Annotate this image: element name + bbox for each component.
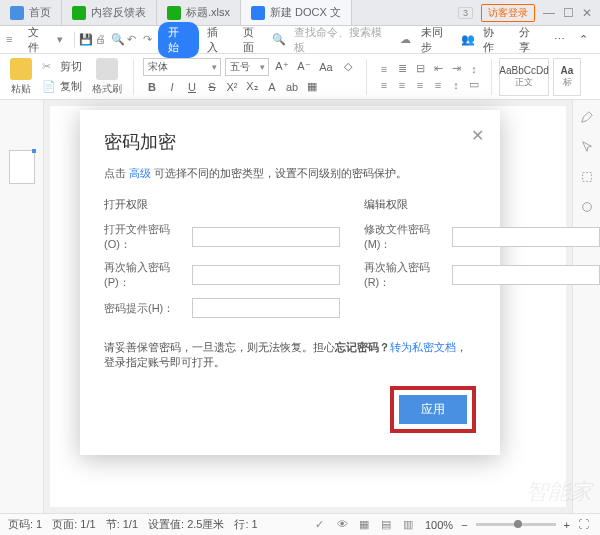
multilevel-icon[interactable]: ⊟ [412, 62, 428, 76]
apply-button[interactable]: 应用 [399, 395, 467, 424]
copy-button[interactable]: 📄复制 [42, 78, 82, 96]
page-thumbnail[interactable] [9, 150, 35, 184]
close-icon[interactable]: ✕ [582, 6, 592, 20]
justify-icon[interactable]: ≡ [430, 78, 446, 92]
clear-format-icon[interactable]: ◇ [339, 58, 357, 76]
warn-b: 忘记密码？ [335, 341, 390, 353]
case-icon[interactable]: Aa [317, 58, 335, 76]
print-icon[interactable]: 🖨 [95, 33, 109, 47]
open-pw2-label: 再次输入密码(P)： [104, 260, 190, 290]
style-preview: Aa [561, 65, 574, 76]
sync-status[interactable]: 未同步 [415, 22, 459, 58]
tab-label: 内容反馈表 [91, 5, 146, 20]
strike-button[interactable]: S [203, 78, 221, 96]
status-position[interactable]: 设置值: 2.5厘米 [148, 517, 224, 532]
font-family-select[interactable]: 宋体 [143, 58, 221, 76]
search-placeholder[interactable]: 查找命令、搜索模板 [288, 22, 396, 58]
shading-icon[interactable]: ▭ [466, 78, 482, 92]
preview-icon[interactable]: 🔍 [111, 33, 125, 47]
ribbon-page[interactable]: 页面 [237, 22, 270, 58]
status-section[interactable]: 节: 1/1 [106, 517, 138, 532]
zoom-thumb[interactable] [514, 520, 522, 528]
font-group: 宋体 五号 A⁺ A⁻ Aa ◇ B I U S X² X₂ A ab ▦ [141, 58, 359, 96]
zoom-in-icon[interactable]: + [564, 519, 570, 531]
status-page[interactable]: 页码: 1 [8, 517, 42, 532]
permissions-row: 打开权限 打开文件密码(O)： 再次输入密码(P)： 密码提示(H)： 编辑权限… [104, 197, 476, 326]
open-password-input[interactable] [192, 227, 340, 247]
border-button[interactable]: ▦ [303, 78, 321, 96]
align-center-icon[interactable]: ≡ [394, 78, 410, 92]
italic-button[interactable]: I [163, 78, 181, 96]
zoom-value[interactable]: 100% [425, 519, 453, 531]
sheet-icon [167, 6, 181, 20]
indent-icon[interactable]: ⇥ [448, 62, 464, 76]
collab-icon: 👥 [461, 33, 475, 47]
font-size-select[interactable]: 五号 [225, 58, 269, 76]
outdent-icon[interactable]: ⇤ [430, 62, 446, 76]
font-color-button[interactable]: A [263, 78, 281, 96]
collapse-icon[interactable]: ⌃ [573, 30, 594, 49]
undo-icon[interactable]: ↶ [127, 33, 141, 47]
close-button[interactable]: ✕ [471, 126, 484, 145]
align-right-icon[interactable]: ≡ [412, 78, 428, 92]
more-icon[interactable]: ⋯ [548, 30, 571, 49]
zoom-slider[interactable] [476, 523, 556, 526]
pencil-icon[interactable] [580, 110, 594, 124]
save-icon[interactable]: 💾 [79, 33, 93, 47]
chevron-down-icon[interactable]: ▾ [57, 33, 71, 47]
pointer-icon[interactable] [580, 140, 594, 154]
modify-password-confirm-input[interactable] [452, 265, 600, 285]
line-spacing-icon[interactable]: ↕ [448, 78, 464, 92]
copy-label: 复制 [60, 79, 82, 94]
sort-icon[interactable]: ↕ [466, 62, 482, 76]
outline-icon[interactable]: ▥ [403, 518, 417, 532]
numbering-icon[interactable]: ≣ [394, 62, 410, 76]
bold-button[interactable]: B [143, 78, 161, 96]
zoom-out-icon[interactable]: − [461, 519, 467, 531]
app-menu-icon[interactable]: ≡ [6, 33, 20, 47]
status-pages[interactable]: 页面: 1/1 [52, 517, 95, 532]
bullets-icon[interactable]: ≡ [376, 62, 392, 76]
ribbon-insert[interactable]: 插入 [201, 22, 234, 58]
print-layout-icon[interactable]: ▦ [359, 518, 373, 532]
open-password-confirm-input[interactable] [192, 265, 340, 285]
share-button[interactable]: 分享 [513, 22, 546, 58]
hint-label: 密码提示(H)： [104, 301, 190, 316]
selection-icon[interactable] [580, 170, 594, 184]
spellcheck-icon[interactable]: ✓ [315, 518, 329, 532]
tab-feedback[interactable]: 内容反馈表 [62, 0, 157, 25]
modify-password-input[interactable] [452, 227, 600, 247]
highlight-button[interactable]: ab [283, 78, 301, 96]
style-normal[interactable]: AaBbCcDd 正文 [499, 58, 549, 96]
subscript-button[interactable]: X₂ [243, 78, 261, 96]
warn-a: 请妥善保管密码，一旦遗忘，则无法恢复。担心 [104, 341, 335, 353]
notify-badge[interactable]: 3 [458, 7, 473, 19]
paste-group[interactable]: 粘贴 [6, 58, 36, 96]
dialog-actions: 应用 [104, 386, 476, 433]
shrink-font-icon[interactable]: A⁻ [295, 58, 313, 76]
web-layout-icon[interactable]: ▤ [381, 518, 395, 532]
cut-button[interactable]: ✂剪切 [42, 58, 82, 76]
superscript-button[interactable]: X² [223, 78, 241, 96]
guest-login[interactable]: 访客登录 [481, 4, 535, 22]
private-doc-link[interactable]: 转为私密文档 [390, 341, 456, 353]
password-hint-input[interactable] [192, 298, 340, 318]
file-menu[interactable]: 文件 [22, 22, 55, 58]
separator [366, 59, 367, 95]
collab-button[interactable]: 协作 [477, 22, 510, 58]
advanced-link[interactable]: 高级 [129, 167, 151, 179]
ribbon-start[interactable]: 开始 [158, 22, 199, 58]
reading-view-icon[interactable]: 👁 [337, 518, 351, 532]
underline-button[interactable]: U [183, 78, 201, 96]
align-left-icon[interactable]: ≡ [376, 78, 392, 92]
status-row[interactable]: 行: 1 [234, 517, 257, 532]
fit-icon[interactable]: ⛶ [578, 518, 592, 532]
style-heading[interactable]: Aa 标 [553, 58, 581, 96]
edit-perm-title: 编辑权限 [364, 197, 600, 212]
minimize-icon[interactable]: — [543, 6, 555, 20]
format-brush-group[interactable]: 格式刷 [88, 58, 126, 96]
maximize-icon[interactable]: ☐ [563, 6, 574, 20]
grow-font-icon[interactable]: A⁺ [273, 58, 291, 76]
redo-icon[interactable]: ↷ [143, 33, 157, 47]
highlight-border: 应用 [390, 386, 476, 433]
